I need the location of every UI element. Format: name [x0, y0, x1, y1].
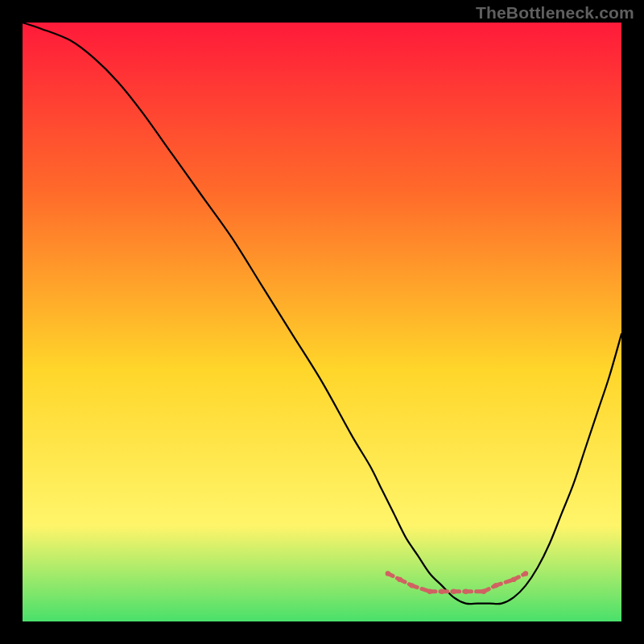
marker-dot	[451, 589, 456, 594]
watermark-text: TheBottleneck.com	[476, 3, 634, 23]
marker-dot	[511, 577, 516, 582]
marker-dot	[493, 583, 498, 588]
marker-dot	[398, 577, 402, 582]
marker-dot	[463, 589, 468, 594]
marker-dot	[440, 589, 444, 594]
gradient-background	[23, 23, 621, 621]
chart-svg	[23, 23, 621, 621]
marker-dot	[523, 571, 528, 576]
marker-dot	[481, 589, 486, 594]
marker-dot	[386, 571, 390, 576]
marker-dot	[409, 583, 414, 588]
marker-dot	[427, 589, 432, 594]
chart-container: TheBottleneck.com	[0, 0, 644, 644]
plot-area	[23, 23, 621, 621]
